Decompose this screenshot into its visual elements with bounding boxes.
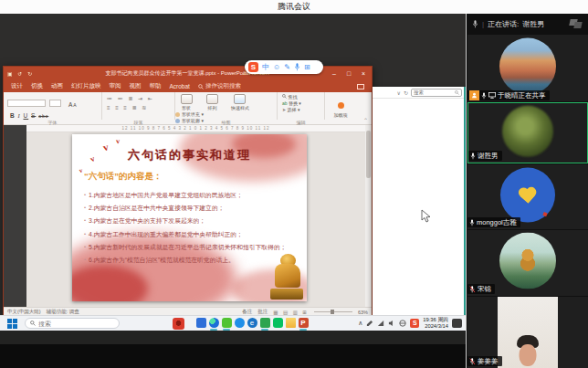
taskbar-clock[interactable]: 19:36 周四 2024/3/14 xyxy=(423,317,448,330)
list-buttons[interactable]: ≔ ≕ ≣ ⇥ ⇤ xyxy=(102,94,174,101)
file-explorer-icon[interactable] xyxy=(285,317,296,331)
handwriting-icon[interactable]: ✎ xyxy=(284,60,290,74)
clear-format-button[interactable]: abc xyxy=(38,113,48,119)
wechat-icon[interactable] xyxy=(221,317,232,331)
start-button[interactable] xyxy=(7,319,17,329)
ie-browser-icon[interactable]: e xyxy=(247,317,257,331)
grow-shrink-font[interactable]: AA xyxy=(68,101,78,108)
minimize-button[interactable]: – xyxy=(328,67,341,80)
bird-icon: v xyxy=(116,137,121,145)
find-button[interactable]: 查找 xyxy=(278,94,324,100)
comments-button[interactable]: 批注 xyxy=(257,309,268,315)
ppt-workspace: 12 11 10 9 8 7 6 5 4 3 2 1 0 1 2 3 4 5 6… xyxy=(4,125,372,307)
vertical-scrollbar[interactable] xyxy=(365,125,372,307)
tab-help[interactable]: 帮助 xyxy=(150,82,162,90)
tab-slideshow[interactable]: 幻灯片放映 xyxy=(71,82,101,90)
slide-bullet: •3.内蒙古是在党中央的支持下发展起来的； xyxy=(84,216,296,225)
sogou-browser-icon[interactable] xyxy=(195,317,206,331)
bold-button[interactable]: B xyxy=(10,112,16,119)
explorer-search-input[interactable] xyxy=(414,89,454,95)
hotpot-app-icon[interactable] xyxy=(173,318,184,330)
network-icon[interactable] xyxy=(377,320,384,327)
participant-tile[interactable]: monggol吉雅 xyxy=(467,164,588,229)
zoom-slider-knob[interactable] xyxy=(331,310,334,314)
layout-switch-icon[interactable] xyxy=(570,19,583,28)
font-size-box[interactable] xyxy=(49,100,61,107)
ribbon-group-font: AA B I U S abc 字体 xyxy=(4,92,102,120)
participant-tile[interactable]: 宋锦 xyxy=(467,230,588,296)
strikethrough-button[interactable]: S xyxy=(31,112,36,119)
notes-button[interactable]: 备注 xyxy=(242,309,252,315)
chevron-down-icon[interactable]: ∨ xyxy=(397,89,401,96)
avatar xyxy=(500,167,555,222)
mic-on-icon xyxy=(470,152,476,160)
ribbon-group-editing: 查找 ab 替换 ▾ ➤ 选择 ▾ 编辑 xyxy=(278,92,325,120)
italic-button[interactable]: I xyxy=(18,112,21,119)
sogou-tray-icon[interactable]: S xyxy=(410,319,419,328)
quick-styles-button[interactable]: 快速样式 xyxy=(227,94,253,110)
sogou-logo-icon[interactable]: S xyxy=(248,62,258,72)
toolbox-icon[interactable]: ⊞ xyxy=(304,60,310,74)
touch-keyboard-icon[interactable] xyxy=(452,319,462,328)
powerpoint-window: ▣ ↺ ↻ 支部书记向党员群众传达开学第一堂党课.pptx - PowerPoi… xyxy=(3,66,373,315)
speaking-banner: | 正在讲话: 谢胜男 xyxy=(467,14,588,34)
tab-transitions[interactable]: 切换 xyxy=(31,82,43,90)
horizontal-ruler: 12 11 10 9 8 7 6 5 4 3 2 1 0 1 2 3 4 5 6… xyxy=(26,125,365,132)
zoom-slider[interactable] xyxy=(314,311,352,312)
view-switcher-icons[interactable]: ▦ ▤ ▥ ⊞ xyxy=(273,310,309,315)
zoom-level[interactable]: 63% xyxy=(358,310,368,315)
scrollbar-thumb[interactable] xyxy=(366,131,371,178)
powerpoint-taskbar-icon[interactable]: P xyxy=(298,317,309,331)
close-button[interactable]: × xyxy=(357,67,370,80)
tab-view[interactable]: 视图 xyxy=(130,82,142,90)
align-buttons[interactable]: ≡ ≡ ≡ ≣ ≋ xyxy=(102,101,174,110)
tray-expand-icon[interactable]: ∧ xyxy=(358,320,362,327)
participant-tile-sharer[interactable]: 于晓晴正在共享 xyxy=(467,35,588,101)
edge-browser-icon[interactable] xyxy=(208,317,219,331)
qq-icon[interactable] xyxy=(234,317,245,331)
taskbar-search-box[interactable] xyxy=(25,318,120,329)
language-globe-icon[interactable] xyxy=(399,320,406,327)
refresh-icon[interactable]: ↻ xyxy=(404,89,408,96)
voice-input-icon[interactable] xyxy=(294,63,300,71)
font-name-box[interactable] xyxy=(7,100,46,107)
addin-button[interactable]: 加载项 xyxy=(325,94,356,119)
avatar xyxy=(502,105,553,156)
slide-thumbnail-pane[interactable] xyxy=(4,125,26,307)
tab-animations[interactable]: 动画 xyxy=(51,82,63,90)
tab-design[interactable]: 设计 xyxy=(11,82,23,90)
chinese-mode-icon[interactable]: 中 xyxy=(262,60,269,74)
quick-access-toolbar-icons[interactable]: ▣ ↺ ↻ xyxy=(7,70,34,77)
comments-icon[interactable] xyxy=(357,84,364,89)
explorer-search-box[interactable] xyxy=(411,89,462,97)
replace-button[interactable]: ab 替换 ▾ xyxy=(278,100,324,107)
tab-acrobat[interactable]: Acrobat xyxy=(170,83,190,89)
font-format-buttons[interactable]: B I U S abc xyxy=(6,112,101,119)
wechat-work-icon[interactable] xyxy=(272,317,283,331)
participant-tile-active[interactable]: 谢胜男 xyxy=(467,102,588,163)
mic-muted-icon xyxy=(469,358,476,365)
microphone-icon xyxy=(472,20,478,28)
slide-canvas[interactable]: v v v v 六句话的事实和道理 “六句话”的内容是： •1.内蒙古地区是中国… xyxy=(72,134,307,301)
shapes-button[interactable]: 形状 xyxy=(175,94,197,110)
underline-button[interactable]: U xyxy=(24,112,29,119)
tab-review[interactable]: 审阅 xyxy=(110,82,121,90)
arrange-button[interactable]: 排列 xyxy=(201,94,223,110)
slide-bullet: •6.内蒙古作为“模范自治区”模范就模范在听党的话上。 xyxy=(84,256,296,264)
select-button[interactable]: ➤ 选择 ▾ xyxy=(278,107,324,113)
participant-tile-video[interactable]: 姜姜姜 xyxy=(467,297,588,368)
screen-share-icon xyxy=(488,92,496,99)
speaking-label: 正在讲话: xyxy=(488,19,519,29)
pen-icon[interactable] xyxy=(366,320,373,327)
volume-icon[interactable] xyxy=(388,320,395,327)
taskbar-search-input[interactable] xyxy=(38,321,102,327)
accessibility-status[interactable]: 辅助功能: 调查 xyxy=(47,309,79,315)
tell-me-search[interactable]: 操作说明搜索 xyxy=(198,82,241,90)
shared-screen-area: ▣ ↺ ↻ 支部书记向党员群众传达开学第一堂党课.pptx - PowerPoi… xyxy=(0,14,466,368)
collapse-ribbon-icon[interactable]: ⌃ xyxy=(363,117,368,123)
maximize-button[interactable]: □ xyxy=(342,67,355,80)
shape-fill-button[interactable]: 形状填充 ▾ xyxy=(175,111,204,118)
tencent-docs-icon[interactable] xyxy=(259,317,270,331)
language-status[interactable]: 中文(中国大陆) xyxy=(7,309,41,315)
emoji-icon[interactable]: ☺ xyxy=(273,60,280,74)
